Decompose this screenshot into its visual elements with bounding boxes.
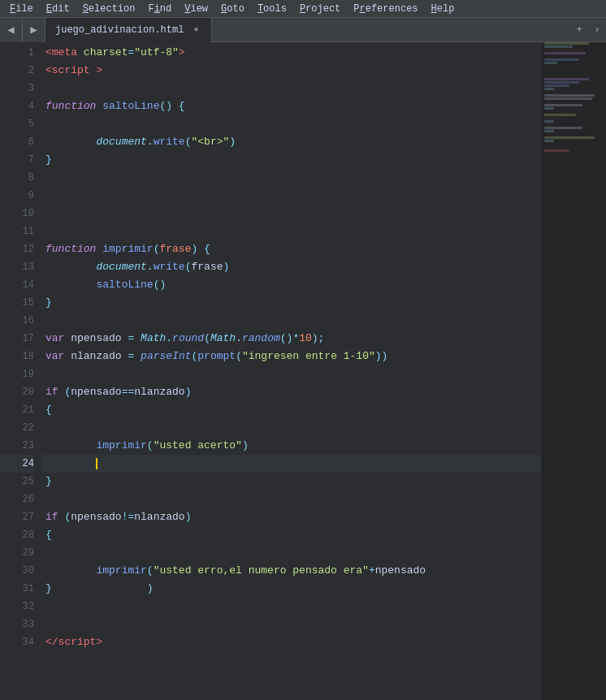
line-num-17: 17 [0,330,34,348]
code-line-11 [41,223,541,240]
line-num-10: 10 [0,205,34,223]
code-line-14: saltoLine() [41,276,541,294]
code-line-34: </script> [41,633,541,651]
line-num-20: 20 [0,383,34,401]
code-line-4: function saltoLine() { [41,97,541,115]
line-num-11: 11 [0,223,34,240]
line-num-18: 18 [0,348,34,365]
code-line-24 [41,455,541,473]
line-num-22: 22 [0,419,34,437]
line-num-26: 26 [0,490,34,508]
line-num-30: 30 [0,562,34,580]
code-line-33 [41,616,541,633]
minimap [541,42,606,700]
line-num-31: 31 [0,580,34,598]
line-num-24: 24 [0,455,34,473]
line-num-15: 15 [0,294,34,312]
code-line-17: var npensado = Math.round(Math.random()*… [41,330,541,348]
line-num-23: 23 [0,437,34,455]
text-cursor [96,458,97,469]
code-line-10 [41,205,541,223]
code-line-27: if (npensado!=nlanzado) [41,508,541,526]
line-num-14: 14 [0,276,34,294]
tab-close-button[interactable]: ● [190,24,201,36]
code-line-5 [41,115,541,133]
minimap-content [543,42,606,153]
code-line-29 [41,544,541,562]
code-line-25: } [41,473,541,490]
code-line-19 [41,365,541,383]
line-num-8: 8 [0,169,34,187]
line-num-13: 13 [0,258,34,276]
line-num-1: 1 [0,44,34,62]
line-num-12: 12 [0,240,34,258]
tab-menu-button[interactable]: › [588,18,606,42]
code-line-18: var nlanzado = parseInt(prompt("ingresen… [41,348,541,365]
line-num-16: 16 [0,312,34,330]
line-numbers: 1 2 3 4 5 6 7 8 9 10 11 12 13 14 15 16 1… [0,42,41,700]
code-line-1: <meta charset="utf-8"> [41,44,541,62]
line-num-7: 7 [0,151,34,169]
line-num-33: 33 [0,616,34,633]
line-num-5: 5 [0,115,34,133]
tab-file[interactable]: juego_adivinacion.html ● [45,18,212,42]
menu-goto[interactable]: Goto [214,2,251,16]
tab-actions: + › [570,18,606,42]
tab-nav-left[interactable]: ◀ [0,18,23,42]
line-num-27: 27 [0,508,34,526]
tab-filename: juego_adivinacion.html [55,24,184,36]
line-num-29: 29 [0,544,34,562]
code-line-21: { [41,401,541,419]
code-line-2: <script > [41,62,541,80]
code-line-20: if (npensado==nlanzado) [41,383,541,401]
menu-file[interactable]: File [3,2,40,16]
code-line-15: } [41,294,541,312]
menu-preferences[interactable]: Preferences [347,2,424,16]
code-line-30: imprimir("usted erro,el numero pensado e… [41,562,541,580]
code-line-16 [41,312,541,330]
line-num-28: 28 [0,526,34,544]
line-num-6: 6 [0,133,34,151]
menu-project[interactable]: Project [293,2,347,16]
tab-add-button[interactable]: + [570,18,588,42]
menu-view[interactable]: View [178,2,214,16]
menu-bar: File Edit Selection Find View Goto Tools… [0,0,606,18]
menu-help[interactable]: Help [425,2,461,16]
line-num-21: 21 [0,401,34,419]
menu-edit[interactable]: Edit [40,2,76,16]
menu-selection[interactable]: Selection [76,2,142,16]
line-num-9: 9 [0,187,34,205]
code-line-9 [41,187,541,205]
code-line-6: document.write("<br>") [41,133,541,151]
code-line-12: function imprimir(frase) { [41,240,541,258]
menu-find[interactable]: Find [141,2,178,16]
line-num-3: 3 [0,80,34,97]
line-num-32: 32 [0,598,34,616]
editor-area: 1 2 3 4 5 6 7 8 9 10 11 12 13 14 15 16 1… [0,42,606,700]
line-num-2: 2 [0,62,34,80]
code-line-26 [41,490,541,508]
line-num-34: 34 [0,633,34,651]
code-line-3 [41,80,541,97]
line-num-4: 4 [0,97,34,115]
menu-tools[interactable]: Tools [251,2,293,16]
code-line-8 [41,169,541,187]
tab-bar: ◀ ▶ juego_adivinacion.html ● + › [0,18,606,42]
code-line-23: imprimir("usted acerto") [41,437,541,455]
code-line-32 [41,598,541,616]
tab-nav-right[interactable]: ▶ [23,18,45,42]
code-line-22 [41,419,541,437]
code-line-7: } [41,151,541,169]
code-editor[interactable]: <meta charset="utf-8"> <script > functio… [41,42,541,700]
code-line-13: document.write(frase) [41,258,541,276]
line-num-25: 25 [0,473,34,490]
code-line-28: { [41,526,541,544]
line-num-19: 19 [0,365,34,383]
